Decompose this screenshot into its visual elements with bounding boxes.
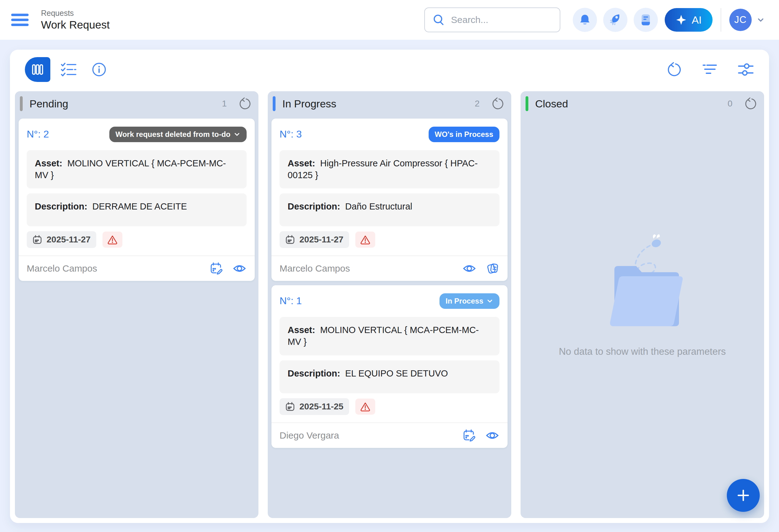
eye-icon[interactable]	[232, 262, 247, 275]
avatar-initials: JC	[734, 14, 747, 25]
card-footer: Marcelo Campos	[272, 255, 507, 281]
due-date-chip: 2025-11-27	[27, 231, 96, 248]
status-badge[interactable]: WO's in Process	[429, 127, 499, 142]
card-number: N°: 3	[280, 127, 302, 140]
asset-label: Asset:	[288, 158, 315, 168]
work-request-panel: Pending 1 N°: 2 Work request deleted fro…	[10, 50, 769, 523]
description-value: Daño Estructural	[343, 201, 412, 211]
empty-folder-illustration	[580, 232, 705, 335]
column-accent-bar	[20, 96, 23, 111]
column-body: N°: 2 Work request deleted from to-do As…	[15, 114, 258, 518]
add-work-request-button[interactable]	[727, 479, 760, 512]
column-count: 2	[475, 99, 480, 109]
notifications-button[interactable]	[573, 8, 597, 32]
documents-icon[interactable]	[486, 262, 499, 275]
search-box[interactable]	[424, 7, 560, 32]
column-count: 0	[727, 99, 732, 109]
avatar[interactable]: JC	[729, 9, 752, 31]
menu-icon[interactable]	[11, 13, 28, 27]
status-badge-label: Work request deleted from to-do	[116, 130, 231, 139]
breadcrumb-parent: Requests	[41, 8, 110, 18]
column-body: N°: 3 WO's in Process Asset: High-Pressu…	[268, 114, 511, 518]
ai-assistant-button[interactable]: AI	[665, 8, 713, 32]
info-button[interactable]	[91, 62, 107, 77]
column-refresh-icon[interactable]	[239, 97, 252, 110]
card-number: N°: 1	[280, 293, 302, 307]
info-icon	[91, 62, 107, 77]
chevron-down-icon	[486, 298, 493, 305]
description-field: Description: Daño Estructural	[280, 193, 499, 226]
kanban-view-button[interactable]	[25, 57, 50, 82]
column-count: 1	[222, 99, 227, 109]
column-accent-bar	[526, 96, 528, 111]
description-value: EL EQUIPO SE DETUVO	[343, 369, 448, 378]
description-value: DERRAME DE ACEITE	[90, 201, 187, 211]
overdue-warning-chip	[103, 231, 122, 248]
status-badge[interactable]: Work request deleted from to-do	[109, 127, 247, 142]
asset-label: Asset:	[35, 158, 62, 168]
requester-name: Diego Vergara	[280, 430, 462, 441]
warning-icon	[107, 235, 118, 245]
card-actions	[462, 428, 499, 442]
checklist-icon	[60, 61, 78, 78]
calendar-edit-icon[interactable]	[209, 262, 223, 275]
calendar-icon	[32, 235, 42, 245]
calendar-edit-icon[interactable]	[462, 428, 476, 442]
status-badge-label: WO's in Process	[435, 130, 493, 139]
work-request-card[interactable]: N°: 2 Work request deleted from to-do As…	[19, 119, 255, 281]
card-number: N°: 2	[27, 127, 49, 140]
filter-icon[interactable]	[702, 63, 718, 76]
account-chevron-down-icon[interactable]	[756, 15, 765, 24]
card-footer: Marcelo Campos	[19, 255, 255, 281]
eye-icon[interactable]	[485, 429, 499, 442]
whats-new-button[interactable]	[603, 8, 627, 32]
work-request-card[interactable]: N°: 3 WO's in Process Asset: High-Pressu…	[272, 119, 507, 281]
status-badge[interactable]: In Process	[439, 293, 499, 309]
asset-field: Asset: High-Pressure Air Compressor { HP…	[280, 150, 499, 188]
overdue-warning-chip	[355, 231, 375, 248]
sparkle-icon	[675, 14, 687, 25]
column-refresh-icon[interactable]	[744, 97, 757, 110]
breadcrumb: Requests Work Request	[41, 8, 110, 31]
overdue-warning-chip	[355, 399, 375, 415]
kanban-column-closed: Closed 0 No data to show with these para…	[521, 91, 764, 518]
column-header: Closed 0	[521, 91, 764, 114]
settings-sliders-icon[interactable]	[737, 62, 754, 77]
document-icon	[639, 13, 653, 27]
bell-icon	[578, 13, 592, 27]
refresh-board-button[interactable]	[667, 62, 682, 77]
kanban-columns-icon	[31, 62, 45, 77]
eye-icon[interactable]	[462, 262, 476, 275]
column-title: In Progress	[282, 98, 468, 110]
asset-value: MOLINO VERTICAL { MCA-PCEM-MC-MV }	[35, 158, 226, 180]
column-refresh-icon[interactable]	[491, 97, 504, 110]
column-header: In Progress 2	[268, 91, 511, 114]
warning-icon	[360, 402, 370, 412]
search-input[interactable]	[451, 15, 552, 25]
due-date-chip: 2025-11-25	[280, 398, 349, 415]
column-title: Pending	[29, 98, 215, 110]
work-request-card[interactable]: N°: 1 In Process Asset: MOLINO VERTICAL …	[272, 285, 507, 448]
warning-icon	[360, 235, 370, 245]
due-date: 2025-11-27	[299, 235, 344, 245]
documentation-button[interactable]	[634, 8, 658, 32]
column-title: Closed	[535, 98, 721, 110]
asset-label: Asset:	[288, 325, 315, 335]
calendar-icon	[285, 402, 295, 412]
search-icon	[432, 13, 445, 26]
ai-button-label: AI	[692, 14, 702, 26]
column-accent-bar	[273, 96, 276, 111]
kanban-board: Pending 1 N°: 2 Work request deleted fro…	[10, 89, 769, 523]
header-divider	[721, 8, 721, 32]
due-date-chip: 2025-11-27	[280, 231, 349, 248]
due-date: 2025-11-27	[47, 235, 91, 245]
card-actions	[209, 262, 247, 275]
plus-icon	[736, 488, 751, 503]
requester-name: Marcelo Campos	[27, 263, 209, 274]
list-view-button[interactable]	[60, 61, 78, 78]
kanban-column-in-progress: In Progress 2 N°: 3 WO's in Process Asse…	[268, 91, 511, 518]
description-label: Description:	[288, 369, 340, 378]
empty-state-text: No data to show with these parameters	[559, 346, 726, 357]
asset-value: High-Pressure Air Compressor { HPAC-0012…	[288, 158, 478, 180]
asset-field: Asset: MOLINO VERTICAL { MCA-PCEM-MC-MV …	[27, 150, 247, 188]
